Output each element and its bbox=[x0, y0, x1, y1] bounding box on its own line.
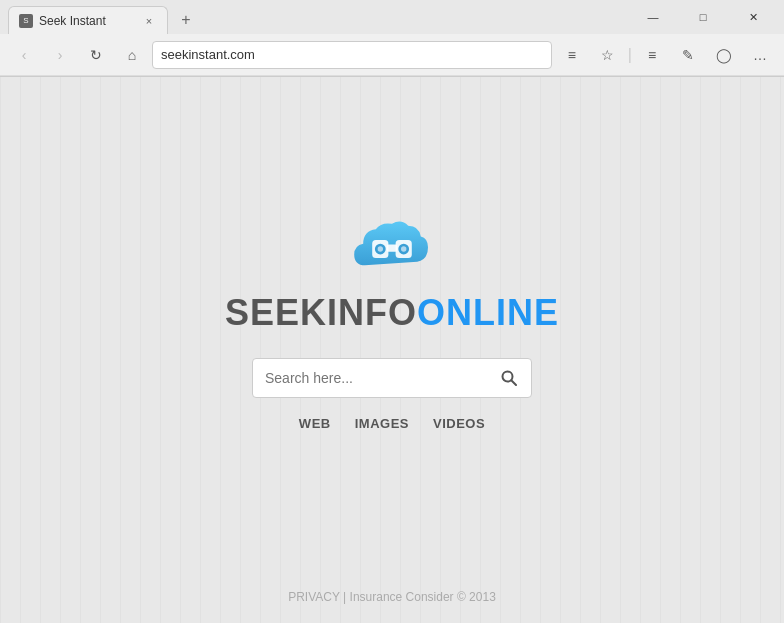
navigation-bar: ‹ › ↻ ⌂ seekinstant.com ≡ ☆ | ≡ ✎ bbox=[0, 34, 784, 76]
nav-web[interactable]: WEB bbox=[299, 416, 331, 431]
active-tab[interactable]: S Seek Instant × bbox=[8, 6, 168, 34]
edit-button[interactable]: ✎ bbox=[672, 39, 704, 71]
page-footer: PRIVACY | Insurance Consider © 2013 bbox=[0, 590, 784, 604]
home-button[interactable]: ⌂ bbox=[116, 39, 148, 71]
tab-close-button[interactable]: × bbox=[141, 13, 157, 29]
title-bar: S Seek Instant × + — □ ✕ bbox=[0, 0, 784, 34]
logo-seekinfo: SEEKINFO bbox=[225, 292, 417, 333]
reader-view-button[interactable]: ≡ bbox=[556, 39, 588, 71]
home-icon: ⌂ bbox=[128, 47, 136, 63]
svg-point-6 bbox=[401, 246, 406, 251]
forward-button[interactable]: › bbox=[44, 39, 76, 71]
bookmark-icon: ☆ bbox=[601, 47, 614, 63]
svg-line-8 bbox=[512, 381, 517, 386]
bookmark-button[interactable]: ☆ bbox=[592, 39, 624, 71]
refresh-icon: ↻ bbox=[90, 47, 102, 63]
minimize-button[interactable]: — bbox=[630, 0, 676, 34]
tab-area: S Seek Instant × + bbox=[8, 0, 630, 34]
tab-favicon: S bbox=[19, 14, 33, 28]
logo-icon bbox=[347, 210, 437, 280]
privacy-label: PRIVACY bbox=[288, 590, 340, 604]
logo-container: SEEKINFOONLINE bbox=[225, 210, 559, 334]
logo-online: ONLINE bbox=[417, 292, 559, 333]
nav-icon-group: ≡ ☆ | ≡ ✎ ◯ … bbox=[556, 39, 776, 71]
tools-button[interactable]: ≡ bbox=[636, 39, 668, 71]
page-content: SEEKINFOONLINE WEB IMAGES VIDEOS PRIVACY… bbox=[0, 77, 784, 623]
privacy-link[interactable]: PRIVACY bbox=[288, 590, 343, 604]
search-box bbox=[252, 358, 532, 398]
browser-chrome: S Seek Instant × + — □ ✕ ‹ › ↻ ⌂ seekins… bbox=[0, 0, 784, 77]
profile-button[interactable]: ◯ bbox=[708, 39, 740, 71]
reader-icon: ≡ bbox=[568, 47, 576, 63]
refresh-button[interactable]: ↻ bbox=[80, 39, 112, 71]
address-text: seekinstant.com bbox=[161, 47, 255, 62]
footer-copyright: Insurance Consider © 2013 bbox=[350, 590, 496, 604]
forward-icon: › bbox=[58, 47, 63, 63]
address-bar[interactable]: seekinstant.com bbox=[152, 41, 552, 69]
logo-text: SEEKINFOONLINE bbox=[225, 292, 559, 334]
back-button[interactable]: ‹ bbox=[8, 39, 40, 71]
tools-icon: ≡ bbox=[648, 47, 656, 63]
search-nav: WEB IMAGES VIDEOS bbox=[299, 416, 485, 431]
svg-point-5 bbox=[378, 246, 383, 251]
new-tab-button[interactable]: + bbox=[172, 6, 200, 34]
nav-divider: | bbox=[628, 46, 632, 64]
svg-rect-2 bbox=[387, 245, 398, 252]
more-icon: … bbox=[753, 47, 767, 63]
tab-title: Seek Instant bbox=[39, 14, 135, 28]
close-button[interactable]: ✕ bbox=[730, 0, 776, 34]
window-controls: — □ ✕ bbox=[630, 0, 776, 34]
search-icon bbox=[501, 370, 517, 386]
nav-images[interactable]: IMAGES bbox=[355, 416, 409, 431]
nav-videos[interactable]: VIDEOS bbox=[433, 416, 485, 431]
back-icon: ‹ bbox=[22, 47, 27, 63]
maximize-button[interactable]: □ bbox=[680, 0, 726, 34]
profile-icon: ◯ bbox=[716, 47, 732, 63]
more-button[interactable]: … bbox=[744, 39, 776, 71]
search-input[interactable] bbox=[265, 370, 491, 386]
edit-icon: ✎ bbox=[682, 47, 694, 63]
search-button[interactable] bbox=[491, 362, 527, 394]
